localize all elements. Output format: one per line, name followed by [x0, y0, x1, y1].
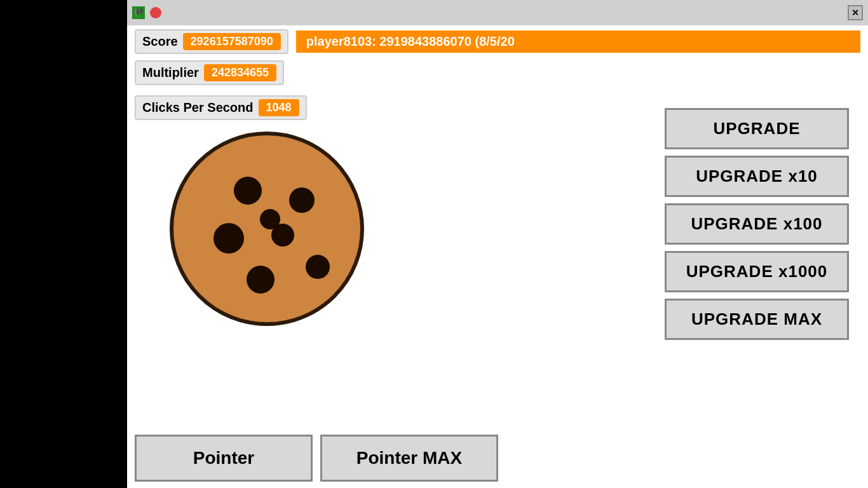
upgrade-x1000-button[interactable]: UPGRADE x1000 — [665, 251, 849, 292]
pointer-button[interactable]: Pointer — [135, 435, 313, 482]
score-value: 2926157587090 — [183, 33, 281, 50]
upgrade-x100-button[interactable]: UPGRADE x100 — [665, 203, 849, 245]
upgrade-button[interactable]: UPGRADE — [665, 108, 849, 149]
cps-row: Clicks Per Second 1048 — [135, 95, 307, 120]
cps-value: 1048 — [259, 99, 299, 116]
pointer-max-button[interactable]: Pointer MAX — [320, 435, 498, 482]
score-container: Score 2926157587090 — [135, 29, 288, 54]
bottom-buttons: Pointer Pointer MAX — [135, 435, 498, 482]
svg-point-6 — [306, 255, 330, 279]
score-label: Score — [142, 34, 178, 49]
title-bar: 🏴 ✕ — [127, 0, 868, 25]
main-area: Score 2926157587090 player8103: 29198438… — [127, 25, 868, 488]
svg-point-7 — [260, 209, 280, 229]
header-bar: Score 2926157587090 player8103: 29198438… — [127, 25, 868, 57]
multiplier-label: Multiplier — [142, 65, 199, 80]
player-info: player8103: 2919843886070 (8/5/20 — [296, 30, 860, 53]
cps-label: Clicks Per Second — [142, 100, 254, 115]
svg-point-2 — [289, 187, 315, 213]
upgrade-x10-button[interactable]: UPGRADE x10 — [665, 156, 849, 197]
svg-point-5 — [247, 266, 275, 294]
upgrade-max-button[interactable]: UPGRADE MAX — [665, 299, 849, 340]
upgrade-section: UPGRADE UPGRADE x10 UPGRADE x100 UPGRADE… — [665, 108, 849, 340]
svg-point-1 — [234, 177, 262, 205]
multiplier-row: Multiplier 242834655 — [135, 60, 284, 85]
maximize-button[interactable]: ✕ — [848, 5, 863, 20]
flag-icon: 🏴 — [132, 6, 145, 19]
svg-point-3 — [214, 223, 244, 254]
multiplier-value: 242834655 — [204, 64, 276, 81]
cookie-button[interactable] — [165, 127, 369, 330]
close-button[interactable] — [150, 7, 161, 18]
